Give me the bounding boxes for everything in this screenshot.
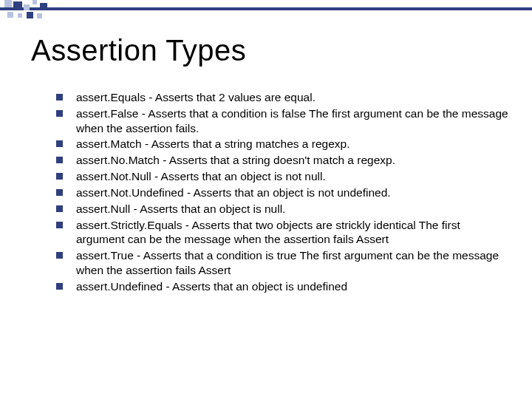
list-item: assert.Match - Asserts that a string mat… xyxy=(56,137,511,151)
list-item: assert.False - Asserts that a condition … xyxy=(56,106,511,136)
deco-square xyxy=(40,3,47,10)
header-strip xyxy=(0,7,532,10)
bullet-icon xyxy=(56,283,63,290)
bullet-list: assert.Equals - Asserts that 2 values ar… xyxy=(56,90,511,296)
deco-square xyxy=(18,13,22,18)
bullet-icon xyxy=(56,252,63,259)
list-item: assert.Undefined - Asserts that an objec… xyxy=(56,279,511,294)
bullet-icon xyxy=(56,222,63,228)
bullet-icon xyxy=(56,140,63,147)
bullet-icon xyxy=(56,173,63,180)
slide-title: Assertion Types xyxy=(31,34,246,67)
header-decoration xyxy=(0,0,532,24)
list-item-text: assert.Match - Asserts that a string mat… xyxy=(76,137,349,151)
list-item: assert.No.Match - Asserts that a string … xyxy=(56,153,511,168)
bullet-icon xyxy=(56,157,63,163)
list-item-text: assert.Null - Asserts that an object is … xyxy=(76,202,285,216)
deco-square xyxy=(33,0,37,4)
list-item-text: assert.Not.Null - Asserts that an object… xyxy=(76,169,326,184)
deco-square xyxy=(37,13,42,18)
deco-square xyxy=(7,12,13,18)
list-item: assert.Equals - Asserts that 2 values ar… xyxy=(56,90,511,105)
list-item: assert.Null - Asserts that an object is … xyxy=(56,202,511,216)
list-item-text: assert.Strictly.Equals - Asserts that tw… xyxy=(76,218,511,248)
bullet-icon xyxy=(56,110,63,117)
deco-square xyxy=(24,4,30,10)
list-item-text: assert.False - Asserts that a condition … xyxy=(76,106,511,136)
list-item-text: assert.Not.Undefined - Asserts that an o… xyxy=(76,185,391,200)
deco-square xyxy=(4,0,12,7)
list-item: assert.Strictly.Equals - Asserts that tw… xyxy=(56,218,511,248)
deco-square xyxy=(27,12,33,18)
list-item-text: assert.Undefined - Asserts that an objec… xyxy=(76,279,347,294)
list-item-text: assert.True - Asserts that a condition i… xyxy=(76,248,511,278)
bullet-icon xyxy=(56,189,63,196)
deco-square xyxy=(13,1,22,10)
list-item: assert.True - Asserts that a condition i… xyxy=(56,248,511,278)
list-item-text: assert.No.Match - Asserts that a string … xyxy=(76,153,395,168)
bullet-icon xyxy=(56,94,63,100)
bullet-icon xyxy=(56,205,63,212)
list-item: assert.Not.Undefined - Asserts that an o… xyxy=(56,185,511,200)
list-item: assert.Not.Null - Asserts that an object… xyxy=(56,169,511,184)
list-item-text: assert.Equals - Asserts that 2 values ar… xyxy=(76,90,316,105)
slide: Assertion Types assert.Equals - Asserts … xyxy=(0,0,532,399)
